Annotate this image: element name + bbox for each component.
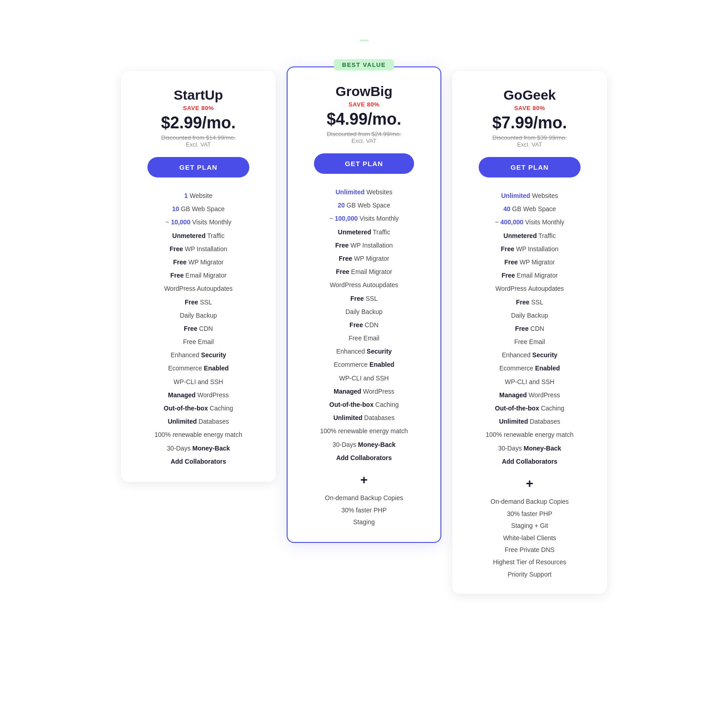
plan-card-startup: StartUpSAVE 80%$2.99/mo.Discounted from … bbox=[121, 71, 276, 482]
feature-item: 100% renewable energy match bbox=[301, 425, 427, 438]
feature-item: 1 Website bbox=[135, 189, 262, 203]
feature-item: Free WP Installation bbox=[135, 243, 262, 256]
feature-item: Free WP Installation bbox=[301, 239, 427, 252]
feature-item: Free Email Migrator bbox=[301, 265, 427, 279]
feature-item: Unlimited Databases bbox=[301, 411, 427, 425]
feature-item: Add Collaborators bbox=[135, 455, 262, 468]
feature-item: 30-Days Money-Back bbox=[135, 442, 262, 455]
feature-item: Unlimited Databases bbox=[466, 415, 593, 428]
highlight-badge bbox=[359, 40, 369, 41]
feature-item: Free SSL bbox=[135, 296, 262, 309]
feature-item: Daily Backup bbox=[466, 309, 593, 322]
feature-item: Ecommerce Enabled bbox=[135, 362, 262, 375]
extra-item: Staging + Git bbox=[466, 520, 593, 532]
feature-item: Free Email bbox=[466, 335, 593, 349]
features-list-growbig: Unlimited Websites20 GB Web Space~ 100,0… bbox=[301, 186, 427, 465]
feature-item: Add Collaborators bbox=[301, 451, 427, 465]
price-gogeek: $7.99/mo. bbox=[466, 113, 593, 132]
feature-item: 100% renewable energy match bbox=[466, 428, 593, 441]
feature-item: Ecommerce Enabled bbox=[301, 358, 427, 371]
get-plan-button-startup[interactable]: GET PLAN bbox=[147, 157, 249, 177]
feature-item: WordPress Autoupdates bbox=[301, 279, 427, 292]
save-label-gogeek: SAVE 80% bbox=[466, 105, 593, 111]
feature-item: Free WP Migrator bbox=[466, 256, 593, 269]
original-price-gogeek: Discounted from $39.99/mo. bbox=[466, 134, 593, 141]
features-list-gogeek: Unlimited Websites40 GB Web Space~ 400,0… bbox=[466, 189, 593, 468]
feature-item: WP-CLI and SSH bbox=[135, 375, 262, 389]
feature-item: ~ 400,000 Visits Monthly bbox=[466, 216, 593, 229]
feature-item: Free WP Migrator bbox=[301, 252, 427, 265]
feature-item: Free CDN bbox=[135, 322, 262, 335]
extra-item: Staging bbox=[301, 516, 427, 528]
features-list-startup: 1 Website10 GB Web Space~ 10,000 Visits … bbox=[135, 189, 262, 468]
extra-item: On-demand Backup Copies bbox=[301, 492, 427, 504]
original-price-growbig: Discounted from $24.99/mo. bbox=[301, 131, 427, 137]
plan-name-gogeek: GoGeek bbox=[466, 87, 593, 103]
feature-item: Out-of-the-box Caching bbox=[301, 398, 427, 411]
plans-container: StartUpSAVE 80%$2.99/mo.Discounted from … bbox=[114, 57, 614, 594]
feature-item: Free Email bbox=[135, 335, 262, 349]
plus-divider-growbig: + bbox=[301, 473, 427, 487]
feature-item: 20 GB Web Space bbox=[301, 199, 427, 212]
feature-item: Ecommerce Enabled bbox=[466, 362, 593, 375]
feature-item: WordPress Autoupdates bbox=[135, 282, 262, 295]
extras-list-growbig: On-demand Backup Copies30% faster PHPSta… bbox=[301, 492, 427, 528]
subtitle bbox=[9, 25, 719, 44]
feature-item: WP-CLI and SSH bbox=[466, 375, 593, 389]
feature-item: Out-of-the-box Caching bbox=[466, 402, 593, 415]
feature-item: Free Email Migrator bbox=[135, 269, 262, 282]
feature-item: Unmetered Traffic bbox=[466, 229, 593, 243]
extra-item: White-label Clients bbox=[466, 532, 593, 544]
plan-name-startup: StartUp bbox=[135, 87, 262, 103]
page-header bbox=[9, 25, 719, 44]
extra-item: 30% faster PHP bbox=[301, 504, 427, 517]
plus-divider-gogeek: + bbox=[466, 476, 593, 491]
feature-item: Free Email Migrator bbox=[466, 269, 593, 282]
feature-item: 10 GB Web Space bbox=[135, 203, 262, 216]
feature-item: 40 GB Web Space bbox=[466, 203, 593, 216]
feature-item: Daily Backup bbox=[135, 309, 262, 322]
extra-item: Highest Tier of Resources bbox=[466, 556, 593, 568]
feature-item: WordPress Autoupdates bbox=[466, 282, 593, 295]
extra-item: On-demand Backup Copies bbox=[466, 496, 593, 508]
price-startup: $2.99/mo. bbox=[135, 113, 262, 132]
plan-name-growbig: GrowBig bbox=[301, 84, 427, 99]
feature-item: Free WP Installation bbox=[466, 243, 593, 256]
save-label-startup: SAVE 80% bbox=[135, 105, 262, 111]
feature-item: Free SSL bbox=[301, 292, 427, 305]
feature-item: 100% renewable energy match bbox=[135, 428, 262, 441]
feature-item: Unlimited Websites bbox=[301, 186, 427, 199]
feature-item: Unmetered Traffic bbox=[135, 229, 262, 243]
feature-item: Free Email bbox=[301, 332, 427, 345]
feature-item: Add Collaborators bbox=[466, 455, 593, 468]
feature-item: Managed WordPress bbox=[135, 389, 262, 402]
plan-card-gogeek: GoGeekSAVE 80%$7.99/mo.Discounted from $… bbox=[452, 71, 607, 594]
extras-list-gogeek: On-demand Backup Copies30% faster PHPSta… bbox=[466, 496, 593, 580]
feature-item: Free CDN bbox=[466, 322, 593, 335]
extra-item: 30% faster PHP bbox=[466, 508, 593, 520]
feature-item: 30-Days Money-Back bbox=[301, 438, 427, 451]
feature-item: Managed WordPress bbox=[301, 385, 427, 398]
feature-item: Free SSL bbox=[466, 296, 593, 309]
price-growbig: $4.99/mo. bbox=[301, 110, 427, 129]
excl-vat-growbig: Excl. VAT bbox=[301, 137, 427, 144]
original-price-startup: Discounted from $14.99/mo. bbox=[135, 134, 262, 141]
extra-item: Free Private DNS bbox=[466, 544, 593, 556]
feature-item: Unlimited Websites bbox=[466, 189, 593, 203]
feature-item: Daily Backup bbox=[301, 305, 427, 319]
get-plan-button-growbig[interactable]: GET PLAN bbox=[314, 153, 415, 174]
extra-item: Priority Support bbox=[466, 568, 593, 581]
feature-item: Managed WordPress bbox=[466, 389, 593, 402]
excl-vat-gogeek: Excl. VAT bbox=[466, 141, 593, 148]
best-value-badge: BEST VALUE bbox=[334, 59, 394, 71]
feature-item: Free CDN bbox=[301, 319, 427, 332]
feature-item: Free WP Migrator bbox=[135, 256, 262, 269]
feature-item: Unlimited Databases bbox=[135, 415, 262, 428]
get-plan-button-gogeek[interactable]: GET PLAN bbox=[479, 157, 581, 177]
plan-card-growbig: BEST VALUEGrowBigSAVE 80%$4.99/mo.Discou… bbox=[287, 66, 441, 543]
feature-item: WP-CLI and SSH bbox=[301, 372, 427, 385]
feature-item: Unmetered Traffic bbox=[301, 226, 427, 239]
save-label-growbig: SAVE 80% bbox=[301, 101, 427, 108]
feature-item: Enhanced Security bbox=[135, 349, 262, 362]
feature-item: ~ 10,000 Visits Monthly bbox=[135, 216, 262, 229]
